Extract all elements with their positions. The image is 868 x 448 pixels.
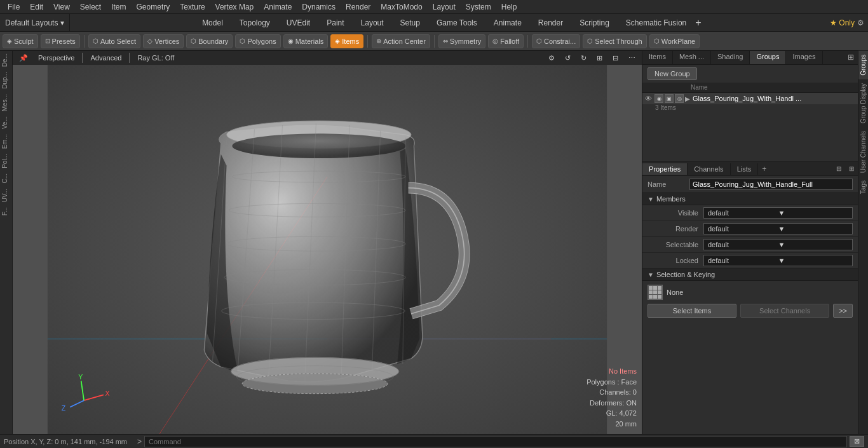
settings-icon[interactable]: ⚙ xyxy=(857,18,864,27)
menu-edit[interactable]: Edit xyxy=(25,1,48,13)
command-input[interactable] xyxy=(144,436,847,447)
viewport-advanced[interactable]: Advanced xyxy=(88,53,124,62)
select-channels-button[interactable]: Select Channels xyxy=(740,304,829,318)
polygons-button[interactable]: ⬡ Polygons xyxy=(235,34,280,48)
layout-dropdown[interactable]: Default Layouts ▾ xyxy=(0,14,70,31)
star-only-label[interactable]: ★ Only xyxy=(830,18,855,27)
layout-tab-gametools[interactable]: Game Tools xyxy=(429,16,485,30)
selectable-dropdown[interactable]: default ▼ xyxy=(703,239,853,250)
sculpt-button[interactable]: ◈ Sculpt xyxy=(3,34,38,48)
sidebar-item-mesh[interactable]: Mes... xyxy=(0,92,12,114)
sidebar-item-f[interactable]: F... xyxy=(0,205,12,218)
select-arrow-button[interactable]: >> xyxy=(833,304,853,318)
cmd-arrow-icon[interactable]: > xyxy=(137,437,142,446)
falloff-button[interactable]: ◎ Falloff xyxy=(488,34,524,48)
boundary-button[interactable]: ⬡ Boundary xyxy=(186,34,233,48)
props-collapse-button[interactable]: ⊟ xyxy=(832,163,845,174)
sidebar-item-vertex[interactable]: Ve... xyxy=(0,114,12,132)
layout-tab-animate[interactable]: Animate xyxy=(486,16,529,30)
name-input[interactable] xyxy=(689,179,853,190)
viewport-mode[interactable]: Perspective xyxy=(36,53,77,62)
vtab-group-display[interactable]: Group Display xyxy=(858,79,868,127)
menu-render[interactable]: Render xyxy=(341,1,376,13)
menu-maxtomodo[interactable]: MaxToModo xyxy=(376,1,427,13)
vtab-tags[interactable]: Tags xyxy=(858,177,868,198)
visible-dropdown[interactable]: default ▼ xyxy=(703,207,853,219)
viewport-icon-3[interactable]: ↻ xyxy=(578,53,589,63)
locked-dropdown[interactable]: default ▼ xyxy=(703,255,853,266)
vertices-button[interactable]: ◇ Vertices xyxy=(143,34,184,48)
tab-groups[interactable]: Groups xyxy=(750,51,786,64)
workplane-button[interactable]: ⬡ WorkPlane xyxy=(649,34,700,48)
viewport-icon-6[interactable]: ⋯ xyxy=(626,53,638,63)
cmd-clear-button[interactable]: ⊠ xyxy=(850,436,864,447)
layout-tab-scripting[interactable]: Scripting xyxy=(572,16,617,30)
tab-items[interactable]: Items xyxy=(642,51,673,64)
visibility-icon[interactable]: 👁 xyxy=(645,95,652,102)
props-tab-properties[interactable]: Properties xyxy=(642,163,688,175)
layout-tab-schematic[interactable]: Schematic Fusion xyxy=(618,16,694,30)
new-group-button[interactable]: New Group xyxy=(648,67,697,80)
action-center-button[interactable]: ⊕ Action Center xyxy=(372,34,430,48)
select-through-button[interactable]: ⬡ Select Through xyxy=(583,34,646,48)
tab-mesh[interactable]: Mesh ... xyxy=(673,51,711,64)
constraint-button[interactable]: ⬡ Constrai... xyxy=(532,34,580,48)
viewport-icon-1[interactable]: ⚙ xyxy=(546,53,557,63)
tab-images[interactable]: Images xyxy=(786,51,822,64)
menu-texture[interactable]: Texture xyxy=(175,1,210,13)
viewport[interactable]: 📌 Perspective Advanced Ray GL: Off ⚙ ↺ ↻… xyxy=(13,51,642,434)
layout-tab-model[interactable]: Model xyxy=(194,16,231,30)
sidebar-item-default[interactable]: De... xyxy=(0,51,12,69)
viewport-icon-4[interactable]: ⊞ xyxy=(594,53,605,63)
layout-tab-topology[interactable]: Topology xyxy=(232,16,278,30)
sel-keying-header[interactable]: ▼ Selection & Keying xyxy=(642,269,858,281)
menu-help[interactable]: Help xyxy=(496,1,522,13)
layout-tab-render[interactable]: Render xyxy=(531,16,571,30)
props-expand-button[interactable]: ⊞ xyxy=(845,163,858,174)
members-section-header[interactable]: ▼ Members xyxy=(642,193,858,205)
viewport-pin[interactable]: 📌 xyxy=(17,53,31,63)
menu-system[interactable]: System xyxy=(461,1,496,13)
vtab-user-channels[interactable]: User Channels xyxy=(858,127,868,177)
presets-button[interactable]: ⊡ Presets xyxy=(41,34,80,48)
props-tab-lists[interactable]: Lists xyxy=(731,163,759,175)
viewport-icon-5[interactable]: ⊟ xyxy=(610,53,621,63)
tab-shading[interactable]: Shading xyxy=(711,51,750,64)
menu-view[interactable]: View xyxy=(48,1,75,13)
menu-select[interactable]: Select xyxy=(75,1,106,13)
select-items-button[interactable]: Select Items xyxy=(648,304,736,318)
sidebar-item-uv[interactable]: UV... xyxy=(0,186,12,205)
render-dropdown[interactable]: default ▼ xyxy=(703,223,853,234)
group-lock-icon[interactable]: ▣ xyxy=(665,94,674,103)
layout-tab-setup[interactable]: Setup xyxy=(393,16,428,30)
sidebar-item-em[interactable]: Em... xyxy=(0,132,12,151)
viewport-canvas[interactable]: X Y Z No Items Polygons : Face Channels:… xyxy=(13,65,642,434)
group-item[interactable]: 👁 ◉ ▣ ◎ ▶ Glass_Pouring_Jug_With_Handl .… xyxy=(642,93,858,104)
symmetry-button[interactable]: ⇔ Symmetry xyxy=(438,34,486,48)
items-button[interactable]: ◈ Items xyxy=(330,34,363,48)
group-sel-icon[interactable]: ◎ xyxy=(675,94,684,103)
menu-vertexmap[interactable]: Vertex Map xyxy=(210,1,259,13)
props-tab-channels[interactable]: Channels xyxy=(688,163,730,175)
menu-item[interactable]: Item xyxy=(106,1,131,13)
viewport-raygl[interactable]: Ray GL: Off xyxy=(135,53,177,62)
menu-file[interactable]: File xyxy=(3,1,25,13)
menu-layout[interactable]: Layout xyxy=(428,1,461,13)
vtab-groups[interactable]: Groups xyxy=(858,51,868,79)
group-cam-icon[interactable]: ◉ xyxy=(654,94,663,103)
layout-tab-layout[interactable]: Layout xyxy=(353,16,391,30)
sidebar-item-poly[interactable]: Pol... xyxy=(0,151,12,171)
menu-animate[interactable]: Animate xyxy=(259,1,297,13)
sidebar-item-c[interactable]: C... xyxy=(0,171,12,186)
add-props-tab-button[interactable]: + xyxy=(758,163,770,175)
sidebar-item-dup[interactable]: Dup... xyxy=(0,69,12,92)
layout-tab-uvedit[interactable]: UVEdit xyxy=(279,16,318,30)
auto-select-button[interactable]: ⬡ Auto Select xyxy=(88,34,140,48)
add-layout-button[interactable]: + xyxy=(695,17,701,29)
menu-geometry[interactable]: Geometry xyxy=(132,1,175,13)
group-expand-arrow[interactable]: ▶ xyxy=(685,95,690,102)
viewport-icon-2[interactable]: ↺ xyxy=(562,53,573,63)
materials-button[interactable]: ◉ Materials xyxy=(283,34,329,48)
menu-dynamics[interactable]: Dynamics xyxy=(297,1,341,13)
expand-groups-button[interactable]: ⊞ xyxy=(844,51,858,64)
